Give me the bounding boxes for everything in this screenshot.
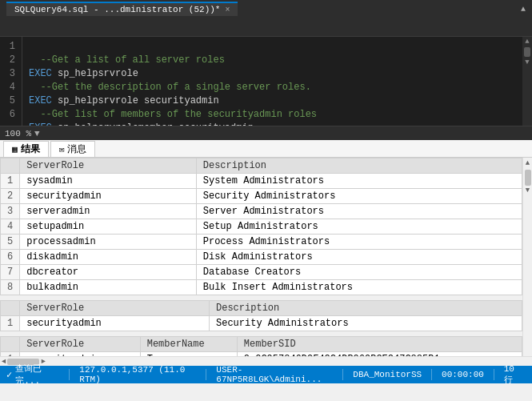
table-row: 2 securityadmin Security Administrators [1, 189, 522, 204]
scroll-up-arrow[interactable]: ▲ [525, 38, 529, 46]
status-server: 127.0.0.1,5377 (11.0 RTM) [79, 365, 196, 384]
row-num: 5 [1, 235, 20, 250]
status-divider-3 [342, 369, 343, 380]
cell-serverrole: securityadmin [20, 316, 210, 331]
zoom-label: 100 % [5, 129, 31, 138]
table-3-header: ServerRole MemberName MemberSID [1, 337, 522, 352]
cell-serverrole: setupadmin [20, 219, 197, 235]
row-num: 1 [1, 316, 20, 331]
window-controls: ▲ [521, 5, 526, 14]
zoom-dropdown-icon[interactable]: ▼ [34, 129, 40, 138]
line-num-1: 1 [3, 40, 15, 54]
cell-serverrole: dbcreator [20, 265, 197, 280]
cell-description: Setup Administrators [196, 219, 522, 235]
row-num: 3 [1, 204, 20, 219]
cell-description: Bulk Insert Administrators [196, 280, 522, 295]
rows-label: 10 行 [504, 364, 526, 386]
close-tab-button[interactable]: × [225, 6, 230, 14]
cell-description: Security Administrators [196, 189, 522, 204]
cell-serverrole: processadmin [20, 235, 197, 250]
time-label: 00:00:00 [442, 370, 484, 379]
results-icon: ▦ [12, 144, 18, 154]
row-num: 7 [1, 265, 20, 280]
scroll-thumb[interactable] [525, 170, 531, 186]
user-label: USER-67NP5R8LGK\Admini... [216, 365, 333, 384]
row-num: 1 [1, 174, 20, 189]
cell-serverrole: sysadmin [20, 174, 197, 189]
results-scrollbar[interactable]: ▲ ▼ [522, 158, 532, 356]
line-num-4: 4 [3, 81, 15, 94]
table-1-col-description: Description [196, 158, 522, 174]
code-content[interactable]: --Get a list of all server roles EXEC sp… [22, 37, 522, 126]
status-query: ✓ 查询已完... [6, 363, 59, 387]
status-divider-2 [206, 369, 206, 380]
line-num-3: 3 [3, 67, 15, 81]
tab-messages[interactable]: ✉ 消息 [50, 141, 96, 157]
row-num: 6 [1, 250, 20, 265]
cell-description: Server Administrators [196, 204, 522, 219]
messages-icon: ✉ [59, 144, 65, 154]
table-2-header: ServerRole Description [1, 301, 522, 316]
code-line-2: EXEC sp_helpsrvrole [29, 68, 138, 79]
title-bar: SQLQuery64.sql - ...dministrator (52))* … [0, 0, 532, 18]
server-label: 127.0.0.1,5377 (11.0 RTM) [79, 365, 196, 384]
tab-results[interactable]: ▦ 结果 [3, 141, 49, 157]
editor-scrollbar[interactable]: ▲ ▼ [522, 37, 532, 126]
editor-tab[interactable]: SQLQuery64.sql - ...dministrator (52))* … [6, 2, 238, 16]
scroll-down-button[interactable]: ▼ [526, 186, 530, 195]
table-3: ServerRole MemberName MemberSID 1 securi… [0, 336, 522, 356]
scroll-left-button[interactable]: ◄ [2, 358, 6, 366]
db-label: DBA_MonitorSS [353, 370, 422, 379]
code-line-1: --Get a list of all server roles [29, 54, 225, 66]
scroll-thumb[interactable] [524, 47, 530, 57]
scroll-up-button[interactable]: ▲ [526, 158, 530, 168]
tabs-row: ▦ 结果 ✉ 消息 [0, 140, 532, 158]
line-numbers: 1 2 3 4 5 6 [0, 37, 22, 126]
results-wrapper: ServerRole Description 1 sysadmin System… [0, 158, 532, 356]
cell-serverrole: diskadmin [20, 250, 197, 265]
results-area: ▦ 结果 ✉ 消息 ServerRole Description [0, 140, 532, 366]
table-1-header: ServerRole Description [1, 158, 522, 174]
table-3-rownumcol [1, 337, 20, 352]
code-line-4: EXEC sp_helpsrvrole securityadmin [29, 95, 219, 106]
cell-description: Database Creators [196, 265, 522, 280]
cell-description: Security Administrators [210, 316, 522, 331]
table-row: 1 securityadmin Security Administrators [1, 316, 522, 331]
table-3-col-membersid: MemberSID [237, 337, 522, 352]
table-2-rownumcol [1, 301, 20, 316]
table-row: 1 sysadmin System Administrators [1, 174, 522, 189]
table-1-rownumcol [1, 158, 20, 174]
code-line-5: --Get list of members of the securityadm… [29, 109, 317, 120]
table-2: ServerRole Description 1 securityadmin S… [0, 300, 522, 331]
status-time: 00:00:00 [442, 370, 484, 379]
status-db: DBA_MonitorSS [353, 370, 422, 379]
table-3-col-serverrole: ServerRole [20, 337, 140, 352]
tab-messages-label: 消息 [67, 142, 86, 156]
tab-label: SQLQuery64.sql - ...dministrator (52))* [14, 5, 220, 14]
line-num-5: 5 [3, 94, 15, 108]
cell-description: Disk Administrators [196, 250, 522, 265]
line-num-2: 2 [3, 54, 15, 67]
table-2-col-description: Description [210, 301, 522, 316]
row-num: 2 [1, 189, 20, 204]
cell-description: System Administrators [196, 174, 522, 189]
table-row: 5 processadmin Process Administrators [1, 235, 522, 250]
cell-description: Process Administrators [196, 235, 522, 250]
status-icon: ✓ [6, 369, 12, 381]
editor-area: 1 2 3 4 5 6 --Get a list of all server r… [0, 18, 532, 126]
scroll-down-arrow[interactable]: ▼ [525, 58, 529, 66]
table-3-col-membername: MemberName [140, 337, 237, 352]
tab-results-label: 结果 [21, 142, 40, 156]
cell-serverrole: serveradmin [20, 204, 197, 219]
table-1-col-serverrole: ServerRole [20, 158, 197, 174]
cell-serverrole: securityadmin [20, 189, 197, 204]
status-bar: ✓ 查询已完... 127.0.0.1,5377 (11.0 RTM) USER… [0, 366, 532, 383]
table-1: ServerRole Description 1 sysadmin System… [0, 158, 522, 295]
table-row: 4 setupadmin Setup Administrators [1, 219, 522, 235]
zoom-bar: 100 % ▼ [0, 126, 532, 140]
table-row: 3 serveradmin Server Administrators [1, 204, 522, 219]
results-table-container[interactable]: ServerRole Description 1 sysadmin System… [0, 158, 522, 356]
status-divider-5 [494, 369, 494, 380]
table-row: 8 bulkadmin Bulk Insert Administrators [1, 280, 522, 295]
table-2-col-serverrole: ServerRole [20, 301, 210, 316]
